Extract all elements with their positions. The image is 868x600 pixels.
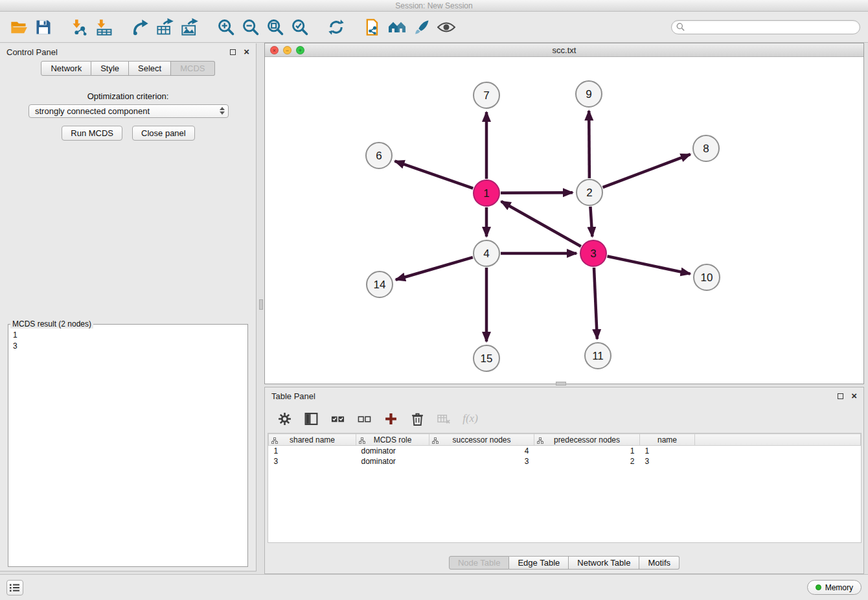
- document-network-icon: [363, 18, 382, 36]
- table-cell[interactable]: 1: [640, 446, 695, 456]
- table-cell[interactable]: 2: [534, 456, 640, 467]
- graph-edge-3-10[interactable]: [608, 257, 691, 274]
- graph-node-4[interactable]: 4: [474, 240, 499, 266]
- dropdown-stepper-icon: [220, 107, 225, 115]
- run-mcds-button[interactable]: Run MCDS: [62, 126, 122, 141]
- graph-node-14[interactable]: 14: [367, 271, 393, 297]
- import-table-button[interactable]: [92, 15, 117, 40]
- task-history-button[interactable]: [6, 580, 23, 595]
- export-image-icon: [181, 18, 199, 36]
- tab-style[interactable]: Style: [91, 61, 129, 76]
- table-cell[interactable]: 3: [640, 456, 695, 467]
- graph-edge-3-1[interactable]: [501, 202, 581, 246]
- window-close-button[interactable]: ×: [270, 46, 279, 54]
- column-header-successor-nodes[interactable]: successor nodes: [429, 434, 534, 446]
- table-panel-close-icon[interactable]: ×: [851, 392, 857, 400]
- zoom-out-button[interactable]: [238, 15, 263, 40]
- search-input[interactable]: [688, 23, 855, 32]
- table-row[interactable]: 3dominator323: [269, 456, 861, 467]
- tab-select[interactable]: Select: [129, 61, 171, 76]
- table-settings-button[interactable]: [275, 410, 293, 427]
- graph-node-1[interactable]: 1: [474, 180, 499, 206]
- graph-edge-3-11[interactable]: [594, 268, 597, 339]
- splitter-grip-horizontal[interactable]: [556, 382, 566, 386]
- table-cell[interactable]: dominator: [356, 456, 429, 467]
- node-table-body: 1dominator4113dominator323: [269, 446, 861, 467]
- graph-node-10[interactable]: 10: [694, 264, 720, 290]
- zoom-fit-button[interactable]: [263, 15, 288, 40]
- mcds-result-title: MCDS result (2 nodes): [10, 319, 93, 329]
- table-cell[interactable]: 3: [269, 456, 356, 467]
- export-table-button[interactable]: [153, 15, 177, 40]
- visual-styles-button[interactable]: [409, 15, 434, 40]
- tab-node-table[interactable]: Node Table: [449, 556, 510, 570]
- mcds-result-values: 1 3: [8, 329, 247, 353]
- graph-node-9[interactable]: 9: [576, 81, 602, 107]
- tab-motifs[interactable]: Motifs: [639, 556, 680, 570]
- save-session-button[interactable]: [31, 15, 56, 40]
- tab-network-table[interactable]: Network Table: [569, 556, 639, 570]
- table-cell[interactable]: 1: [534, 446, 640, 456]
- graph-edge-4-14[interactable]: [396, 257, 473, 280]
- select-all-icon: [331, 412, 345, 426]
- zoom-in-button[interactable]: [214, 15, 238, 40]
- graph-edge-1-2[interactable]: [501, 192, 573, 193]
- table-panel-float-icon[interactable]: [838, 393, 843, 399]
- close-panel-button[interactable]: Close panel: [132, 126, 195, 141]
- column-header-name[interactable]: name: [640, 434, 695, 446]
- zoom-selected-button[interactable]: [288, 15, 312, 40]
- table-cell[interactable]: dominator: [356, 446, 429, 456]
- zoom-selected-icon: [291, 18, 309, 36]
- table-row[interactable]: 1dominator411: [269, 446, 861, 456]
- export-image-button[interactable]: [177, 15, 202, 40]
- control-panel-close-icon[interactable]: ×: [244, 48, 249, 56]
- tab-network[interactable]: Network: [41, 61, 91, 76]
- graph-edge-2-8[interactable]: [603, 154, 691, 187]
- graph-node-label: 14: [374, 279, 386, 291]
- network-graph[interactable]: 7968124314101511: [265, 57, 863, 384]
- tab-mcds[interactable]: MCDS: [171, 61, 214, 76]
- graph-edge-2-3[interactable]: [590, 207, 592, 237]
- table-cell[interactable]: 1: [269, 446, 356, 456]
- table-cell[interactable]: 4: [429, 446, 534, 456]
- open-session-button[interactable]: [6, 15, 31, 40]
- select-all-button[interactable]: [328, 410, 347, 427]
- control-panel-float-icon[interactable]: [230, 49, 236, 55]
- status-bar: Memory: [0, 574, 868, 600]
- column-header-predecessor-nodes[interactable]: predecessor nodes: [534, 434, 640, 446]
- column-header-shared-name[interactable]: shared name: [269, 434, 356, 446]
- delete-column-button[interactable]: [408, 410, 426, 427]
- splitter-grip-vertical[interactable]: [259, 299, 263, 310]
- import-network-button[interactable]: [67, 15, 92, 40]
- criterion-dropdown[interactable]: strongly connected component: [29, 104, 229, 118]
- table-cell[interactable]: 3: [429, 456, 534, 467]
- add-column-button[interactable]: [382, 410, 400, 427]
- refresh-button[interactable]: [324, 15, 348, 40]
- column-header-mcds-role[interactable]: MCDS role: [356, 434, 429, 446]
- memory-button[interactable]: Memory: [807, 580, 862, 595]
- columns-icon: [304, 412, 318, 426]
- open-folder-icon: [10, 18, 28, 36]
- tab-edge-table[interactable]: Edge Table: [509, 556, 569, 570]
- graph-node-11[interactable]: 11: [585, 343, 611, 369]
- graph-node-8[interactable]: 8: [693, 135, 719, 161]
- deselect-all-button[interactable]: [355, 410, 373, 427]
- export-network-button[interactable]: [128, 15, 153, 40]
- window-minimize-button[interactable]: −: [283, 46, 291, 54]
- graph-edge-2-9[interactable]: [589, 111, 589, 178]
- network-analyzer-button[interactable]: [385, 15, 409, 40]
- graph-node-7[interactable]: 7: [474, 82, 499, 108]
- graph-edge-1-6[interactable]: [395, 161, 474, 189]
- graph-node-2[interactable]: 2: [577, 179, 602, 205]
- mcds-buttons-row: Run MCDS Close panel: [0, 126, 257, 141]
- graphics-details-button[interactable]: [434, 15, 459, 40]
- open-document-network-button[interactable]: [360, 15, 385, 40]
- network-window-titlebar: × − + scc.txt: [265, 43, 863, 57]
- window-zoom-button[interactable]: +: [296, 46, 304, 54]
- graph-node-15[interactable]: 15: [474, 345, 499, 371]
- mcds-result-value: 3: [13, 341, 243, 352]
- graph-node-3[interactable]: 3: [580, 240, 606, 266]
- graph-node-6[interactable]: 6: [366, 143, 392, 168]
- window-controls: × − +: [270, 46, 304, 54]
- show-columns-button[interactable]: [302, 410, 320, 427]
